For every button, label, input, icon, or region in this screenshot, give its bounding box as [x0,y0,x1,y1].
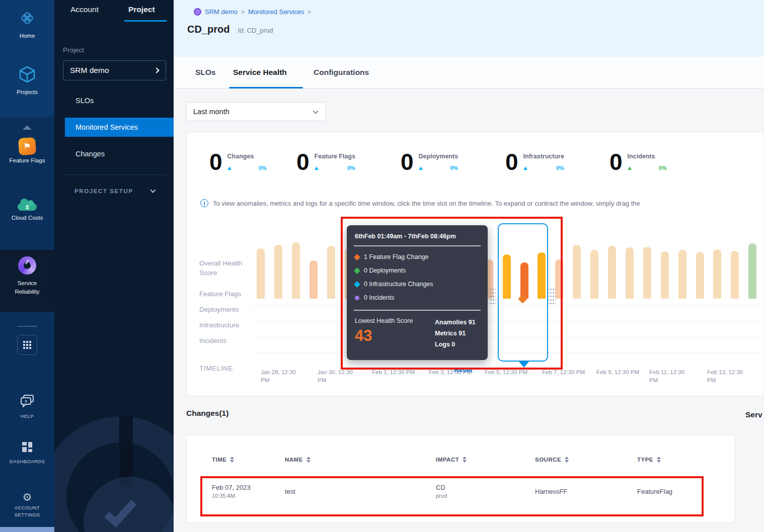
sidebar-item-label: DASHBOARDS [0,458,54,465]
axis-label: Jan 30, 12:30 PM [318,368,356,384]
health-score-bar[interactable] [573,245,581,299]
table-row-cell-source[interactable]: HarnessFF [535,488,567,495]
column-label: TYPE [637,457,653,463]
column-header-type[interactable]: TYPE [637,457,661,463]
tooltip-metric: Logs 0 [435,339,476,350]
health-score-bar[interactable] [661,251,669,299]
nav-item-changes[interactable]: Changes [75,150,105,158]
column-header-impact[interactable]: IMPACT [436,457,467,463]
service-section-title-partial: Serv [745,410,762,419]
project-selector-value: SRM demo [70,66,109,75]
axis-label: Feb 11, 12:30 PM [649,368,687,384]
watermark-stem [119,416,133,487]
column-label: NAME [285,457,303,463]
diamond-icon [354,281,360,288]
project-nav-panel: Account Project Project SRM demo SLOs Mo… [54,0,174,532]
project-selector[interactable]: SRM demo [63,60,166,80]
service-health-card: 0 Changes 0% 0 Feature Flags 0% 0 Deploy… [186,132,764,396]
health-score-bar[interactable] [748,243,756,299]
tab-slos[interactable]: SLOs [195,68,215,77]
sidebar-scroll-up[interactable] [0,123,54,132]
health-score-bar[interactable] [327,246,335,299]
cell-source: HarnessFF [535,488,567,495]
breadcrumb-section-link[interactable]: Monitored Services [248,8,304,16]
health-score-bar[interactable] [310,260,318,299]
sidebar-item-dashboards[interactable]: DASHBOARDS [0,440,54,465]
column-header-source[interactable]: SOURCE [535,457,569,463]
sidebar-item-label: ACCOUNT SETTINGS [7,504,47,519]
main-content: SRM demo > Monitored Services > CD_prod … [174,0,764,532]
service-tab-bar: SLOs Service Health Configurations [174,57,764,88]
cell-name: test [285,488,295,495]
sort-icon [657,457,661,463]
health-score-bar[interactable] [257,248,265,299]
health-score-bar[interactable] [626,247,634,299]
axis-label: Feb 9, 12:30 PM [596,368,653,376]
sort-icon [230,457,234,463]
sidebar-bottom-strip [0,527,54,532]
tooltip-item-label: 0 Infrastructure Changes [364,281,433,288]
breadcrumb-project-link[interactable]: SRM demo [205,8,238,16]
reset-button[interactable]: Reset [454,366,473,374]
breadcrumb-separator: > [308,9,311,16]
time-range-select[interactable]: Last month [186,102,326,121]
chevron-down-icon [150,187,156,193]
selection-drag-handle-right[interactable] [549,287,556,306]
health-score-bar[interactable] [608,246,616,299]
table-row-cell-time[interactable]: Feb 07, 2023 10:35 AM [212,484,251,499]
tab-service-health[interactable]: Service Health [233,68,287,77]
nav-item-slos[interactable]: SLOs [75,97,94,105]
column-header-time[interactable]: TIME [212,457,234,463]
column-header-name[interactable]: NAME [285,457,311,463]
sidebar-item-label: HELP [0,413,54,420]
sidebar-item-label: Cloud Costs [0,215,54,221]
timeline-selection-window[interactable] [498,223,548,362]
tab-account[interactable]: Account [70,5,99,14]
table-row-cell-name[interactable]: test [285,488,295,495]
sidebar-item-account-settings[interactable]: ⚙ ACCOUNT SETTINGS [0,492,54,519]
sidebar-item-cloud-costs[interactable]: $ Cloud Costs [0,197,54,221]
breadcrumb: SRM demo > Monitored Services > [194,8,311,16]
axis-label: Feb 5, 12:30 PM [485,368,541,376]
sidebar-item-label: Home [0,33,54,39]
sort-icon [307,457,311,463]
sidebar-item-projects[interactable]: Projects [0,64,54,95]
sidebar-item-help[interactable]: ? HELP [0,393,54,420]
health-score-bar[interactable] [292,242,300,299]
health-score-bar[interactable] [696,252,704,299]
breadcrumb-separator: > [241,9,245,16]
health-score-bar[interactable] [731,251,739,299]
tab-project[interactable]: Project [128,5,155,14]
tooltip-footer: Lowest Health Score 43 Anamolies 91 Metr… [347,311,488,345]
cell-time-detail: 10:35 AM [212,493,251,499]
health-score-bar[interactable] [678,250,686,299]
health-score-bar[interactable] [713,249,721,299]
tab-active-underline [124,20,167,22]
sort-icon [565,457,569,463]
feature-flags-icon: ⚑ [18,137,36,155]
sidebar-item-service-reliability[interactable]: Service Reliability [0,256,54,297]
axis-label: Feb 1, 12:30 PM [372,368,428,376]
title-row: CD_prod Id: CD_prod [187,24,273,35]
sidebar-item-label: Service Reliability [6,279,48,297]
health-score-bar[interactable] [555,259,563,299]
sidebar-item-feature-flags[interactable]: ⚑ Feature Flags [0,138,54,163]
project-setup-toggle[interactable]: PROJECT SETUP [74,188,133,194]
sidebar-module-section [0,117,54,250]
nav-item-monitored-services[interactable]: Monitored Services [65,118,174,137]
health-score-bar[interactable] [643,247,651,299]
home-icon [17,8,37,30]
health-score-bar[interactable] [590,250,598,299]
tab-configurations[interactable]: Configurations [314,68,369,77]
tooltip-item-label: 0 Incidents [364,294,394,301]
module-selector-button[interactable] [17,335,37,355]
tab-active-underline [229,87,303,88]
table-row-cell-impact[interactable]: CD prod [436,484,447,499]
sidebar-item-label: Feature Flags [0,157,54,163]
cell-type: FeatureFlag [637,488,672,495]
selection-drag-handle-left[interactable] [489,287,496,306]
table-row-cell-type[interactable]: FeatureFlag [637,488,672,495]
sidebar-item-home[interactable]: Home [0,8,54,39]
tooltip-item-deployments: 0 Deployments [355,267,480,274]
health-score-bar[interactable] [274,245,282,299]
